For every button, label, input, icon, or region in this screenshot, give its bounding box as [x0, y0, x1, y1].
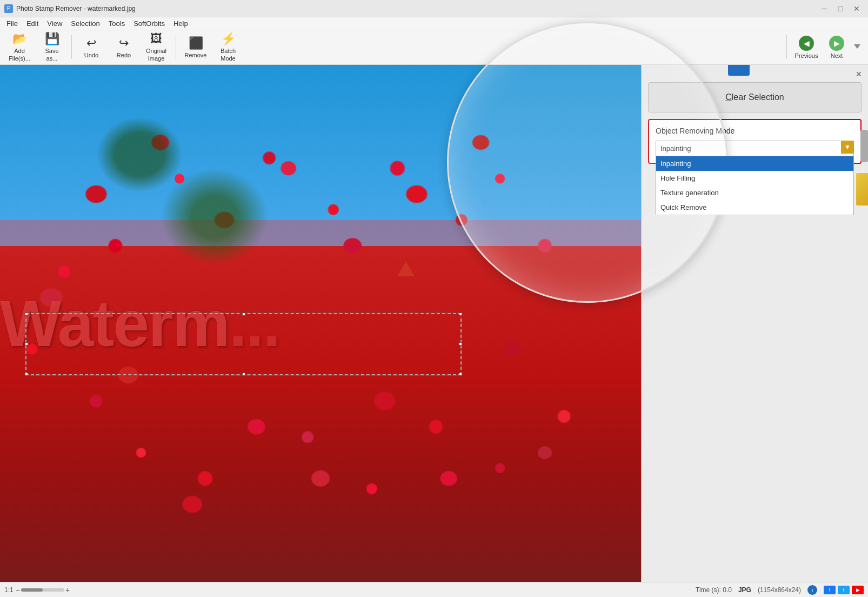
undo-button[interactable]: ↩ Undo	[76, 32, 106, 62]
original-image-button[interactable]: 🖼 OriginalImage	[141, 32, 171, 62]
save-as-label: Saveas...	[45, 48, 58, 62]
save-as-button[interactable]: 💾 Saveas...	[37, 32, 67, 62]
dropdown-option-hole-filling[interactable]: Hole Filling	[656, 171, 853, 185]
blue-accent-bar	[728, 65, 750, 76]
maximize-button[interactable]: □	[833, 3, 847, 14]
redo-label: Redo	[117, 52, 131, 58]
gold-strip	[856, 173, 868, 205]
menu-help[interactable]: Help	[169, 18, 192, 29]
previous-circle-icon: ◀	[799, 36, 814, 51]
menu-file[interactable]: File	[2, 18, 22, 29]
selection-corner-bl	[25, 373, 28, 376]
close-button[interactable]: ✕	[850, 3, 864, 14]
zoom-slider-area[interactable]: − +	[16, 586, 70, 594]
next-button[interactable]: ▶ Next	[822, 32, 852, 62]
remove-button[interactable]: ⬛ Remove	[181, 32, 211, 62]
youtube-button[interactable]: ▶	[852, 586, 864, 594]
zoom-slider[interactable]	[21, 588, 64, 592]
canvas-area[interactable]: Waterm...	[0, 65, 641, 582]
mode-dropdown-value: Inpainting	[660, 144, 691, 152]
status-zoom: 1:1 − +	[4, 586, 70, 594]
selection-corner-tl	[25, 313, 28, 316]
toolbar-separator-1	[71, 35, 72, 59]
clear-selection-rest: lear Selection	[732, 92, 784, 102]
right-panel-inner: Clear Selection Object Removing Mode Inp…	[648, 82, 862, 196]
dropdown-option-inpainting[interactable]: Inpainting	[656, 156, 853, 171]
title-bar-text: Photo Stamp Remover - watermarked.jpg	[16, 5, 136, 12]
mode-title: Object Removing Mode	[656, 127, 854, 135]
main-area: Waterm... ✕	[0, 65, 868, 582]
save-as-icon: 💾	[45, 32, 59, 46]
menu-selection[interactable]: Selection	[66, 18, 104, 29]
dropdown-option-quick-remove[interactable]: Quick Remove	[656, 200, 853, 215]
status-dimensions: (1154x864x24)	[758, 586, 801, 594]
dropdown-chevron-icon	[854, 44, 860, 50]
selection-mid-right	[459, 342, 462, 346]
redo-button[interactable]: ↪ Redo	[109, 32, 139, 62]
photo-background: Waterm...	[0, 65, 641, 582]
selection-corner-br	[459, 373, 462, 376]
remove-icon: ⬛	[189, 36, 203, 50]
menu-view[interactable]: View	[43, 18, 66, 29]
right-panel: ✕ Clear Selection Object Removing Mode I…	[641, 65, 868, 582]
info-icon[interactable]: i	[807, 585, 817, 595]
add-files-icon: 📂	[12, 32, 27, 46]
selection-mid-top	[242, 313, 245, 316]
redo-icon: ↪	[119, 36, 129, 50]
status-time: Time (s): 0.0	[696, 586, 732, 594]
menu-bar: File Edit View Selection Tools SoftOrbit…	[0, 17, 868, 30]
add-files-button[interactable]: 📂 AddFile(s)...	[4, 32, 35, 62]
selection-box[interactable]	[25, 313, 461, 375]
nav-separator	[786, 35, 787, 59]
toolbar: 📂 AddFile(s)... 💾 Saveas... ↩ Undo ↪ Red…	[0, 30, 868, 65]
app-icon: P	[4, 4, 13, 13]
facebook-button[interactable]: f	[824, 586, 836, 594]
previous-label: Previous	[795, 52, 818, 59]
scroll-indicator[interactable]	[860, 130, 868, 162]
clear-selection-button[interactable]: Clear Selection	[648, 82, 862, 112]
minimize-button[interactable]: ─	[817, 3, 831, 14]
mode-dropdown-wrapper: Inpainting ▼ Inpainting Hole Filling Tex…	[656, 141, 854, 156]
next-label: Next	[831, 52, 843, 59]
status-format: JPG	[738, 586, 751, 594]
selection-mid-bottom	[242, 373, 245, 376]
undo-icon: ↩	[86, 36, 96, 50]
menu-softorbits[interactable]: SoftOrbits	[129, 18, 169, 29]
selection-mid-left	[25, 342, 28, 346]
twitter-button[interactable]: t	[838, 586, 850, 594]
mode-dropdown[interactable]: Inpainting ▼	[656, 141, 854, 156]
title-bar-controls: ─ □ ✕	[817, 3, 864, 14]
undo-label: Undo	[84, 52, 98, 58]
zoom-slider-fill	[21, 588, 43, 592]
clear-selection-underline-char: C	[725, 92, 732, 102]
batch-mode-button[interactable]: ⚡ BatchMode	[213, 32, 243, 62]
zoom-plus-icon: +	[65, 586, 70, 594]
arrow-indicator	[397, 261, 415, 276]
status-bar: 1:1 − + Time (s): 0.0 JPG (1154x864x24) …	[0, 582, 868, 597]
selection-corner-tr	[459, 313, 462, 316]
remove-label: Remove	[185, 52, 207, 58]
previous-button[interactable]: ◀ Previous	[791, 32, 822, 62]
dropdown-arrow-icon: ▼	[841, 141, 854, 154]
menu-tools[interactable]: Tools	[104, 18, 129, 29]
dropdown-option-texture-generation[interactable]: Texture generation	[656, 185, 853, 200]
batch-mode-icon: ⚡	[221, 32, 236, 46]
original-image-icon: 🖼	[150, 32, 162, 46]
social-buttons: f t ▶	[824, 586, 864, 594]
dropdown-list: Inpainting Hole Filling Texture generati…	[656, 156, 854, 215]
add-files-label: AddFile(s)...	[9, 48, 30, 62]
title-bar-left: P Photo Stamp Remover - watermarked.jpg	[4, 4, 136, 13]
zoom-minus-icon: −	[16, 586, 20, 594]
dropdown-arrow-area[interactable]	[852, 31, 859, 63]
next-circle-icon: ▶	[829, 36, 844, 51]
menu-edit[interactable]: Edit	[22, 18, 43, 29]
title-bar: P Photo Stamp Remover - watermarked.jpg …	[0, 0, 868, 17]
nav-area: ◀ Previous ▶ Next	[786, 31, 864, 63]
object-removing-mode-section: Object Removing Mode Inpainting ▼ Inpain…	[648, 119, 862, 164]
toolbar-separator-2	[176, 35, 176, 59]
batch-mode-label: BatchMode	[221, 48, 236, 62]
original-image-label: OriginalImage	[146, 48, 166, 62]
zoom-level: 1:1	[4, 586, 14, 594]
panel-close-button[interactable]: ✕	[854, 69, 864, 79]
